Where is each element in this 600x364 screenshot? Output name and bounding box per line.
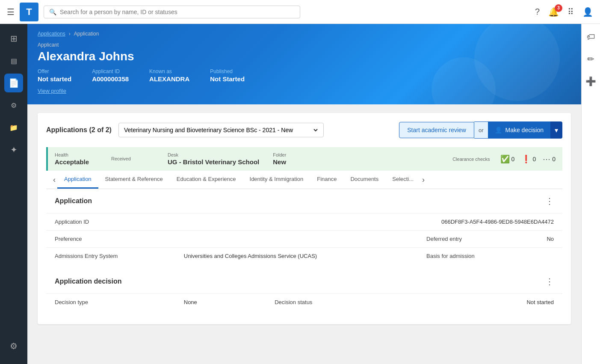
application-section-header: Application ⋮ [46, 189, 562, 213]
application-section-menu[interactable]: ⋮ [545, 196, 554, 206]
health-label: Health [55, 152, 98, 157]
applicant-name: Alexandra Johns [38, 50, 571, 63]
admissions-value: Universities and Colleges Admissions Ser… [175, 248, 418, 265]
applications-card: Applications (2 of 2) Veterinary Nursing… [38, 113, 571, 324]
applicant-id-label: Applicant ID [92, 68, 129, 74]
application-id-label: Application ID [46, 213, 175, 231]
known-as-value: ALEXANDRA [149, 75, 189, 83]
content-area: Applications › Application Applicant Ale… [27, 24, 581, 364]
applicant-label: Applicant [38, 42, 571, 48]
preference-label: Preference [46, 231, 175, 248]
clearance-check: ✅ 0 [500, 154, 515, 164]
clearance-more-count: 0 [552, 156, 556, 163]
table-row: Admissions Entry System Universities and… [46, 248, 562, 265]
make-decision-label: Make decision [505, 127, 544, 133]
application-select[interactable]: Veterinary Nursing and Bioveterinary Sci… [118, 123, 324, 137]
make-decision-icon: 👤 [495, 127, 502, 133]
application-section: Application ⋮ Application ID 066DF8F3-A5… [46, 189, 562, 264]
received-label: Received [111, 156, 154, 161]
folder-value: New [273, 158, 316, 166]
applicant-id-value: A000000358 [92, 75, 129, 83]
folder-label: Folder [273, 152, 316, 157]
sidebar-item-filter[interactable]: ⚙ [4, 96, 23, 115]
tab-prev-button[interactable]: ‹ [51, 175, 57, 184]
search-input[interactable] [60, 9, 295, 15]
view-profile-link[interactable]: View profile [38, 88, 66, 94]
tab-application[interactable]: Application [57, 171, 98, 189]
decision-section-title: Application decision [55, 278, 121, 285]
right-panel: 🏷 ✏ ➕ [581, 24, 600, 364]
top-nav: ☰ T 🔍 ? 🔔 3 ⠿ 👤 [0, 0, 600, 24]
breadcrumb-applications-link[interactable]: Applications [38, 31, 65, 37]
decision-status-label: Decision status [266, 294, 430, 311]
tab-selecti[interactable]: Selecti... [385, 171, 420, 189]
check-circle-icon: ✅ [500, 154, 510, 164]
decision-table: Decision type None Decision status Not s… [46, 294, 562, 311]
settings-icon: ⚙ [10, 341, 18, 351]
tab-identity[interactable]: Identity & Immigration [243, 171, 310, 189]
breadcrumb-current: Application [74, 31, 99, 37]
table-row: Decision type None Decision status Not s… [46, 294, 562, 311]
sidebar-item-template[interactable]: ▤ [4, 51, 23, 70]
decision-section-menu[interactable]: ⋮ [545, 276, 554, 287]
tab-education[interactable]: Education & Experience [170, 171, 243, 189]
applications-count-title: Applications (2 of 2) [46, 126, 112, 134]
status-bar: Health Acceptable Received Desk UG - Bri… [46, 147, 562, 171]
desk-label: Desk [168, 152, 259, 157]
sidebar-item-grid[interactable]: ⊞ [4, 29, 23, 48]
known-as-label: Known as [149, 68, 189, 74]
page-content: Applications (2 of 2) Veterinary Nursing… [27, 104, 581, 364]
decision-status-value: Not started [430, 294, 562, 311]
tab-finance[interactable]: Finance [310, 171, 343, 189]
start-academic-review-button[interactable]: Start academic review [399, 122, 474, 138]
tab-statement[interactable]: Statement & Reference [98, 171, 170, 189]
offer-group: Offer Not started [38, 68, 71, 83]
make-decision-chevron[interactable]: ▾ [550, 121, 562, 139]
offer-value: Not started [38, 75, 71, 83]
header-meta: Offer Not started Applicant ID A00000035… [38, 68, 571, 83]
breadcrumb-separator: › [69, 31, 71, 37]
tabs-bar: ‹ Application Statement & Reference Educ… [46, 171, 562, 189]
tag-icon[interactable]: 🏷 [583, 29, 599, 44]
clearance-more: ⋯ 0 [543, 154, 556, 164]
admissions-label: Admissions Entry System [46, 248, 175, 265]
nav-icons: ? 🔔 3 ⠿ 👤 [535, 7, 593, 17]
offer-label: Offer [38, 68, 71, 74]
clearance-items: ✅ 0 ❗ 0 ⋯ 0 [500, 154, 556, 164]
notification-badge: 3 [555, 4, 562, 12]
breadcrumb: Applications › Application [38, 31, 571, 37]
deferred-entry-value: No [523, 231, 562, 248]
edit-icon[interactable]: ✏ [583, 51, 599, 67]
desk-group: Desk UG - Bristol Veterinary School [168, 152, 259, 166]
sidebar-item-settings[interactable]: ⚙ [4, 337, 23, 355]
actions-group: Start academic review or 👤 Make decision… [399, 121, 562, 139]
warning-icon: ❗ [521, 154, 531, 164]
add-icon[interactable]: ➕ [583, 74, 599, 89]
clearance-check-count: 0 [511, 156, 515, 163]
health-group: Health Acceptable [55, 152, 98, 166]
desk-value: UG - Bristol Veterinary School [168, 158, 259, 166]
received-group: Received [111, 156, 154, 162]
table-row: Preference Deferred entry No [46, 231, 562, 248]
sidebar-item-document[interactable]: 📄 [4, 74, 23, 92]
clearance-label: Clearance checks [452, 157, 490, 162]
sidebar-item-person[interactable]: ✦ [4, 140, 23, 159]
more-icon: ⋯ [543, 154, 550, 164]
published-value: Not Started [210, 75, 245, 83]
account-icon[interactable]: 👤 [582, 7, 593, 17]
notification-icon[interactable]: 🔔 3 [548, 7, 559, 17]
sidebar: ⊞ ▤ 📄 ⚙ 📁 ✦ ⚙ [0, 24, 27, 364]
apps-icon[interactable]: ⠿ [567, 7, 574, 17]
deferred-entry-label: Deferred entry [418, 231, 523, 248]
search-icon: 🔍 [49, 9, 56, 15]
make-decision-button[interactable]: 👤 Make decision [488, 121, 551, 139]
table-row: Application ID 066DF8F3-A5F4-4986-9ED8-5… [46, 213, 562, 231]
sidebar-item-upload[interactable]: 📁 [4, 118, 23, 137]
hamburger-icon[interactable]: ☰ [7, 7, 15, 17]
header-banner: Applications › Application Applicant Ale… [27, 24, 581, 104]
application-table: Application ID 066DF8F3-A5F4-4986-9ED8-5… [46, 213, 562, 264]
applications-header: Applications (2 of 2) Veterinary Nursing… [46, 121, 562, 139]
tab-documents[interactable]: Documents [343, 171, 385, 189]
tab-next-button[interactable]: › [420, 175, 426, 184]
help-icon[interactable]: ? [535, 7, 540, 17]
